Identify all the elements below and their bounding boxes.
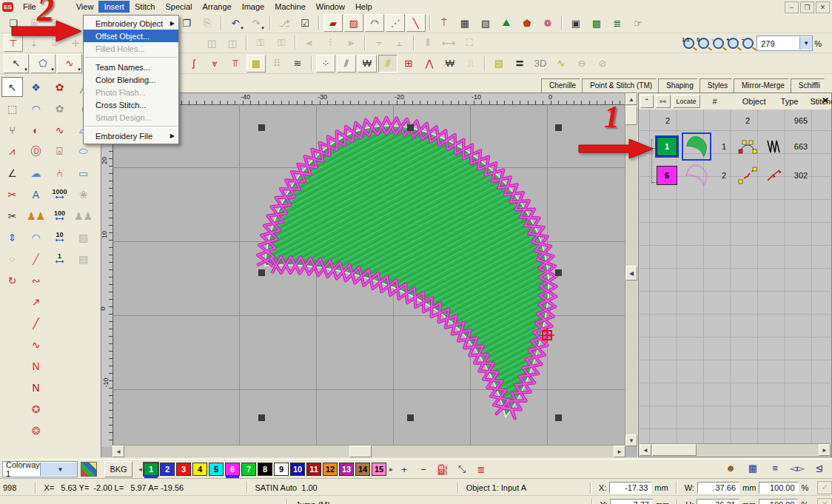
grid-1000-tool[interactable]: 1000⟷ [49,184,70,204]
stitch-type-menu-button[interactable]: ∿▼ [57,54,82,73]
motif-fill-button[interactable]: ⁘ [316,55,335,73]
hatch-stitch-button[interactable]: ▨ [344,14,363,32]
show-image-button[interactable]: ⛰ [497,14,516,32]
palette-color-3[interactable]: 3 [176,463,191,476]
colorway-grid-icon[interactable] [81,462,97,477]
zigzag-motif-tool[interactable]: ∿ [49,120,70,140]
vertical-scrollbar[interactable]: ▲ ◀ ▼ [625,93,637,446]
palette-scroll-left-icon[interactable]: ◄ [137,463,144,475]
chevron-down-icon[interactable]: ▼ [40,463,77,476]
flat-effect-button[interactable]: 〓 [510,55,529,73]
lock-button[interactable]: ⚿ [251,34,270,52]
line-stitch-button[interactable]: ╲ [406,14,426,32]
dome-shape-tool[interactable]: ◠ [25,98,47,118]
rotate-ellipse-tool[interactable]: ↻ [1,270,23,290]
align-left-button[interactable]: ⫷ [300,34,319,52]
close-button[interactable]: ✕ [816,1,830,13]
branch-button[interactable]: ⎇ [275,14,294,32]
measure-tool[interactable]: ∠ [1,163,23,183]
zigzag-stitch-button[interactable]: ⩔ [205,55,224,73]
width-scale-field[interactable]: 100.00 [759,482,798,494]
color-object-list-button[interactable]: ≣ [608,14,627,32]
stamp-texture2-tool[interactable]: ▤ [73,249,94,269]
object-thumbnail-1[interactable] [683,134,710,159]
show-appliqué-button[interactable]: ❁ [538,14,557,32]
bitmap-tool-button[interactable]: ▣ [566,14,586,32]
zoom-1to1-button[interactable]: 1:1 [681,36,696,51]
fur-effect-button[interactable]: ∿ [551,55,571,73]
remove-color-button[interactable]: − [415,462,432,477]
menu-item-file[interactable]: File [18,1,41,13]
thread-color-1[interactable]: 1 [657,137,677,156]
design-report-button[interactable]: ≡ [767,460,783,475]
palette-color-10[interactable]: 10 [290,463,305,476]
height-field[interactable]: 36.31 [697,499,739,504]
resize-both-button[interactable]: ⛶ [460,34,479,52]
grid-1-tool[interactable]: 1⟷ [49,249,70,269]
palette-color-5[interactable]: 5 [209,463,224,476]
design-canvas[interactable]: ▲ ◀ ▼ ◄ ► -40-30-20-10020100-10 [101,93,637,457]
menu-item-special[interactable]: Special [160,1,197,13]
grid-toggle-button[interactable]: ▦ [455,14,474,32]
vertical-scroll-thumb[interactable] [625,106,637,125]
fancy-fill-button[interactable]: ⫽ [337,55,356,73]
run-arrow-tool[interactable]: ↗ [25,292,47,312]
hoop-toggle-button[interactable]: ▧ [476,14,495,32]
align-top-button[interactable]: ⫟ [369,34,389,52]
menu-item-image[interactable]: Image [237,1,270,13]
align-center-button[interactable]: ⫶ [321,34,340,52]
tab-point-stitch-tm-[interactable]: Point & Stitch (TM) [582,78,665,93]
palette-color-11[interactable]: 11 [306,463,321,476]
mirror-vertical-button[interactable]: ⊴ [811,460,828,475]
tab-schiffli[interactable]: Schiffli [791,78,832,93]
morph-twist-button[interactable]: ⊘ [593,55,612,73]
reshape-object-tool[interactable]: ❖ [25,77,47,97]
palette-color-1[interactable]: 1 [144,463,158,476]
palette-color-9[interactable]: 9 [274,463,289,476]
blanket-border-button[interactable]: ⎍ [461,55,480,73]
satin-border-button[interactable]: ₩ [440,55,460,73]
palette-color-4[interactable]: 4 [192,463,207,476]
selection-handle[interactable] [258,269,265,276]
vertical-spacing-tool[interactable]: ⇕ [1,227,23,247]
redo-button[interactable]: ↷▼ [246,14,266,32]
grid-100-tool[interactable]: 100⟷ [49,206,70,226]
zoom-box-button[interactable]: ▫ [711,36,725,51]
single-line-stitch-tool[interactable]: ╱ [25,313,47,333]
menu-item-embroidery-object[interactable]: Embroidery Object▶ [84,17,178,30]
palette-color-7[interactable]: 7 [241,463,256,476]
radial-fill-button[interactable]: ⫻ [378,55,397,73]
stitch-player-button[interactable]: ⍗ [45,34,64,52]
menu-item-insert[interactable]: Insert [98,1,130,13]
wave-fill-button[interactable]: ≋ [288,55,307,73]
add-color-button[interactable]: + [396,462,412,477]
polygon-select-tool[interactable]: ⬚ [1,98,23,118]
steep-zigzag-tool[interactable]: ∿ [25,335,47,355]
menu-item-stitch[interactable]: Stitch [130,1,161,13]
fan-tool[interactable]: ⌔ [1,249,23,269]
grid-10-tool[interactable]: 10⟷ [49,227,70,247]
selection-handle[interactable] [555,414,562,421]
print-preview-button[interactable]: ⊤ [4,34,23,52]
scroll-up-button[interactable]: ▲ [625,93,637,105]
width-field[interactable]: 37.66 [697,482,739,494]
color-row-swatch[interactable]: 6 [656,166,678,185]
tab-shaping[interactable]: Shaping [658,78,706,93]
lettering-tool[interactable]: A [25,184,47,204]
selection-handle[interactable] [555,124,562,131]
save-design-button[interactable]: ⌹ [45,14,64,32]
thread-spool-tool[interactable]: ⌻ [49,141,70,161]
panel-scroll-thumb[interactable] [652,444,697,456]
object-thumbnail[interactable] [682,133,711,160]
menu-item-color-blending[interactable]: Color Blending... [84,73,178,86]
selection-handle[interactable] [407,414,414,421]
palette-color-2[interactable]: 2 [160,463,175,476]
menu-item-filled-holes[interactable]: Filled Holes... [84,42,178,55]
palette-scroll-right-icon[interactable]: ► [388,463,395,475]
tab-mirror-merge[interactable]: Mirror-Merge [734,78,797,93]
double-n-stitch-tool[interactable]: N [25,377,47,397]
menu-item-cross-stitch[interactable]: Cross Stitch... [84,98,178,111]
branch-select-tool[interactable]: ⑂ [1,120,23,140]
chain-stitch-tool[interactable]: ∾ [25,270,47,290]
drop-needle-tool[interactable]: ⑃ [49,163,70,183]
